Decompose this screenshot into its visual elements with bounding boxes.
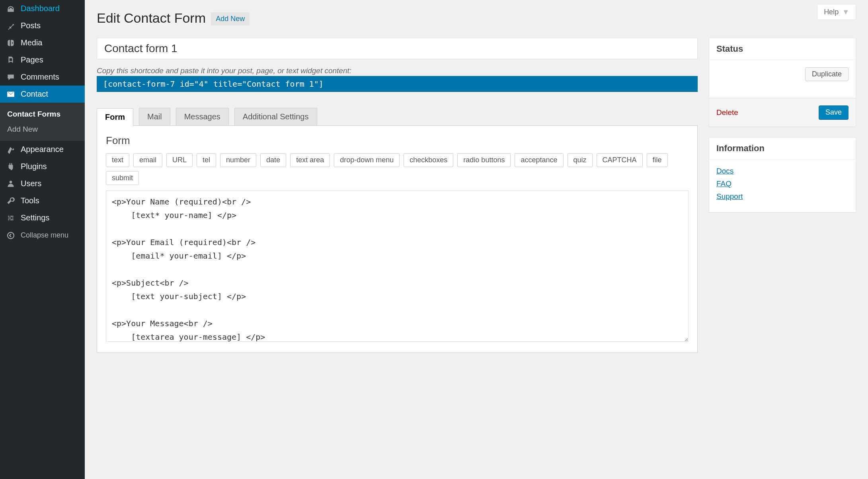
mail-icon [6, 90, 16, 99]
help-tab-button[interactable]: Help ▼ [817, 5, 856, 20]
dashboard-icon [6, 4, 16, 13]
sidebar-label: Comments [21, 72, 59, 82]
tag-btn-tel[interactable]: tel [197, 153, 216, 167]
appearance-icon [6, 145, 16, 154]
tag-btn-text[interactable]: text [106, 153, 129, 167]
tag-btn-number[interactable]: number [220, 153, 256, 167]
plugins-icon [6, 162, 16, 171]
panel-heading: Form [106, 134, 689, 147]
tab-mail[interactable]: Mail [139, 108, 170, 126]
add-new-button[interactable]: Add New [211, 12, 250, 25]
pages-icon [6, 56, 16, 64]
shortcode-hint: Copy this shortcode and paste it into yo… [97, 66, 698, 75]
tag-btn-dropdown[interactable]: drop-down menu [334, 153, 400, 167]
tag-btn-radio[interactable]: radio buttons [457, 153, 511, 167]
tag-button-row: text email URL tel number date text area… [106, 153, 689, 185]
information-heading: Information [709, 138, 856, 160]
admin-sidebar: Dashboard Posts Media Pages Comments Con… [0, 0, 85, 479]
sidebar-label: Users [21, 179, 41, 188]
tab-messages[interactable]: Messages [176, 108, 229, 126]
tag-btn-date[interactable]: date [260, 153, 286, 167]
settings-icon [6, 214, 16, 222]
sidebar-label: Appearance [21, 145, 64, 154]
info-link-support[interactable]: Support [716, 192, 848, 201]
page-title: Edit Contact Form [97, 5, 206, 28]
information-postbox: Information Docs FAQ Support [709, 137, 856, 212]
info-link-faq[interactable]: FAQ [716, 179, 848, 188]
tag-btn-captcha[interactable]: CAPTCHA [597, 153, 643, 167]
help-label: Help [824, 8, 839, 16]
editor-tabs: Form Mail Messages Additional Settings [97, 108, 698, 126]
chevron-down-icon: ▼ [842, 8, 849, 16]
sidebar-item-appearance[interactable]: Appearance [0, 141, 85, 158]
tag-btn-quiz[interactable]: quiz [568, 153, 593, 167]
delete-link[interactable]: Delete [716, 108, 738, 117]
duplicate-button[interactable]: Duplicate [805, 67, 848, 81]
sidebar-label: Tools [21, 196, 39, 205]
collapse-menu-button[interactable]: Collapse menu [0, 226, 85, 244]
sidebar-item-dashboard[interactable]: Dashboard [0, 0, 85, 17]
tag-btn-textarea[interactable]: text area [290, 153, 330, 167]
sidebar-item-contact[interactable]: Contact [0, 86, 85, 103]
main-content: Help ▼ Edit Contact Form Add New Copy th… [85, 0, 868, 479]
sidebar-subitem-contact-forms[interactable]: Contact Forms [0, 107, 85, 122]
tools-icon [6, 197, 16, 205]
sidebar-item-comments[interactable]: Comments [0, 68, 85, 86]
shortcode-display[interactable]: [contact-form-7 id="4" title="Contact fo… [97, 76, 698, 92]
sidebar-item-settings[interactable]: Settings [0, 209, 85, 226]
sidebar-item-pages[interactable]: Pages [0, 51, 85, 68]
comment-icon [6, 73, 16, 82]
status-heading: Status [709, 38, 856, 60]
collapse-icon [6, 232, 16, 240]
form-template-textarea[interactable] [106, 191, 689, 342]
users-icon [6, 179, 16, 188]
sidebar-label: Pages [21, 55, 43, 64]
tab-additional-settings[interactable]: Additional Settings [234, 108, 317, 126]
sidebar-item-plugins[interactable]: Plugins [0, 158, 85, 175]
tag-btn-email[interactable]: email [133, 153, 162, 167]
sidebar-submenu-contact: Contact Forms Add New [0, 103, 85, 141]
save-button[interactable]: Save [819, 105, 848, 119]
sidebar-item-posts[interactable]: Posts [0, 17, 85, 34]
sidebar-label: Plugins [21, 162, 47, 171]
collapse-label: Collapse menu [21, 231, 68, 240]
tab-form[interactable]: Form [97, 108, 133, 126]
info-link-docs[interactable]: Docs [716, 167, 848, 175]
tag-btn-acceptance[interactable]: acceptance [515, 153, 563, 167]
sidebar-subitem-add-new[interactable]: Add New [0, 122, 85, 137]
sidebar-item-tools[interactable]: Tools [0, 192, 85, 209]
pin-icon [6, 21, 16, 30]
sidebar-item-media[interactable]: Media [0, 34, 85, 51]
sidebar-label: Dashboard [21, 4, 60, 13]
sidebar-label: Settings [21, 213, 49, 222]
tag-btn-url[interactable]: URL [166, 153, 193, 167]
sidebar-label: Contact [21, 90, 48, 99]
sidebar-label: Posts [21, 21, 41, 30]
status-postbox: Status Duplicate Delete Save [709, 38, 856, 127]
tag-btn-submit[interactable]: submit [106, 171, 139, 185]
form-title-input[interactable] [97, 38, 698, 59]
tag-btn-file[interactable]: file [647, 153, 668, 167]
sidebar-item-users[interactable]: Users [0, 175, 85, 192]
tag-btn-checkboxes[interactable]: checkboxes [404, 153, 453, 167]
media-icon [6, 39, 16, 47]
sidebar-label: Media [21, 38, 42, 47]
tab-panel-form: Form text email URL tel number date text… [97, 125, 698, 353]
svg-point-0 [8, 232, 14, 239]
